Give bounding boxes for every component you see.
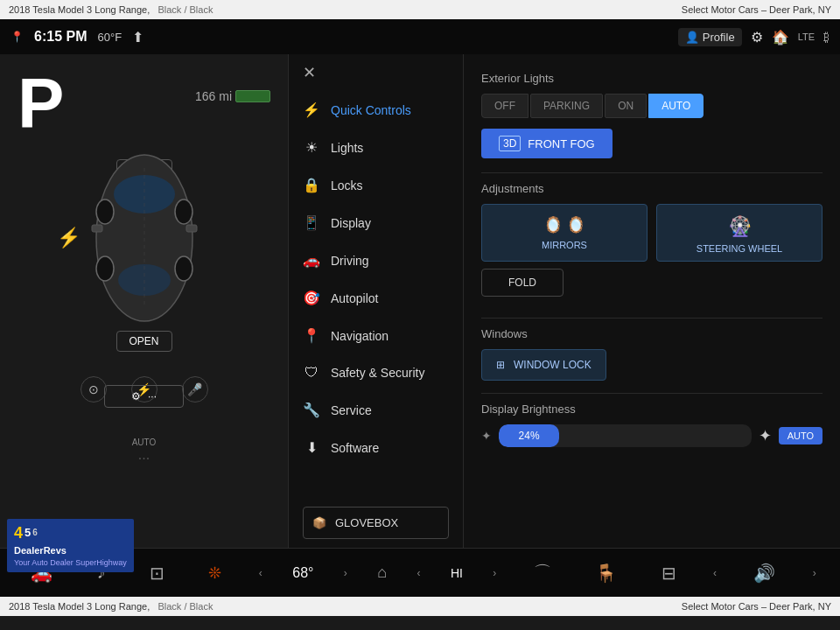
autopilot-icon: 🎯 xyxy=(303,290,320,306)
autopilot-label: Autopilot xyxy=(331,291,378,305)
range-value: 166 mi xyxy=(195,89,232,103)
battery-bar xyxy=(235,90,270,102)
window-lock-button[interactable]: ⊞ WINDOW LOCK xyxy=(481,349,606,381)
temp-display: 60°F xyxy=(97,31,122,44)
tesla-screen: 📍 6:15 PM 60°F ⬆ 👤 Profile ⚙ 🏠 LTE ₿ P 1… xyxy=(0,19,840,597)
dealer-name: DealerRevs xyxy=(14,544,127,557)
brightness-row: ✦ 24% ✦ AUTO xyxy=(481,424,822,447)
heat-icon[interactable]: ❊ xyxy=(201,558,228,588)
light-off-button[interactable]: OFF xyxy=(481,94,528,118)
status-right: 👤 Profile ⚙ 🏠 LTE ₿ xyxy=(678,28,830,46)
svg-point-1 xyxy=(114,175,175,214)
software-icon: ⬇ xyxy=(303,439,320,456)
menu-item-navigation[interactable]: 📍 Navigation xyxy=(289,317,463,354)
front-fog-button[interactable]: 3D FRONT FOG xyxy=(481,129,612,158)
volume-icon[interactable]: 🔊 xyxy=(746,557,782,589)
quick-controls-menu: ✕ ⚡ Quick Controls ☀ Lights 🔒 Locks 📱 Di… xyxy=(289,54,464,548)
defrost-icon[interactable]: ⊟ xyxy=(654,557,683,589)
auto-label: AUTO xyxy=(132,438,157,447)
camera-view-icon[interactable]: ⊡ xyxy=(143,557,172,589)
safety-icon: 🛡 xyxy=(303,365,320,381)
mirrors-button[interactable]: 🪞🪞 MIRRORS xyxy=(481,204,648,262)
svg-point-5 xyxy=(96,200,114,224)
menu-item-lights[interactable]: ☀ Lights xyxy=(289,129,463,166)
hi-label: HI xyxy=(451,566,463,580)
car-graphic-container: OPEN xyxy=(57,107,232,369)
dealer-logo-mark: 4 5 6 xyxy=(14,522,127,544)
settings-icon[interactable]: ⚙ xyxy=(751,29,763,46)
vol-left-arrow[interactable]: ‹ xyxy=(713,567,717,579)
brightness-auto-button[interactable]: AUTO xyxy=(779,427,822,444)
light-parking-button[interactable]: PARKING xyxy=(530,94,603,118)
wiper-icon: ⚙ xyxy=(131,390,141,402)
adjustments-section: Adjustments 🪞🪞 MIRRORS 🎡 STEERING WHEEL xyxy=(481,182,822,309)
auto-button[interactable]: ⚙ ··· xyxy=(104,385,184,408)
menu-item-driving[interactable]: 🚗 Driving xyxy=(289,242,463,279)
brightness-title: Display Brightness xyxy=(481,402,822,416)
close-menu-button[interactable]: ✕ xyxy=(289,54,463,91)
glovebox-button[interactable]: 📦 GLOVEBOX xyxy=(303,507,449,539)
mirrors-label: MIRRORS xyxy=(542,240,587,250)
bluetooth-icon: ₿ xyxy=(823,30,830,44)
svg-point-6 xyxy=(175,200,192,224)
vol-right-arrow[interactable]: › xyxy=(813,567,816,579)
temp-right-arrow[interactable]: › xyxy=(344,567,347,579)
menu-item-autopilot[interactable]: 🎯 Autopilot xyxy=(289,279,463,317)
driving-label: Driving xyxy=(331,254,369,268)
open-frunk-button[interactable]: OPEN xyxy=(116,331,172,352)
menu-item-safety[interactable]: 🛡 Safety & Security xyxy=(289,354,463,391)
adjustments-title: Adjustments xyxy=(481,182,822,195)
profile-button[interactable]: 👤 Profile xyxy=(678,28,742,46)
brightness-low-icon: ✦ xyxy=(481,429,492,443)
seat-icon[interactable]: 🪑 xyxy=(588,557,624,589)
menu-item-software[interactable]: ⬇ Software xyxy=(289,429,463,466)
safety-label: Safety & Security xyxy=(331,366,424,380)
navigation-icon: 📍 xyxy=(303,327,320,344)
adjustments-grid: 🪞🪞 MIRRORS 🎡 STEERING WHEEL xyxy=(481,204,822,262)
temp-left-arrow[interactable]: ‹ xyxy=(259,567,262,579)
nav-icon: ⬆ xyxy=(132,29,144,46)
more-dots: ··· xyxy=(138,451,150,466)
fan-left-arrow[interactable]: ‹ xyxy=(417,567,421,579)
mic-button[interactable]: 🎤 xyxy=(182,376,208,402)
software-label: Software xyxy=(331,441,379,455)
fan-icon[interactable]: ⌂ xyxy=(377,564,387,582)
menu-item-locks[interactable]: 🔒 Locks xyxy=(289,166,463,204)
section-divider-1 xyxy=(481,172,822,173)
section-divider-3 xyxy=(481,393,822,394)
footer-title-left: 2018 Tesla Model 3 Long Range, Black / B… xyxy=(9,601,213,612)
mirrors-icon: 🪞🪞 xyxy=(543,215,585,234)
location-icon: 📍 xyxy=(10,31,24,43)
steering-label: STEERING WHEEL xyxy=(696,243,782,254)
menu-item-quick-controls[interactable]: ⚡ Quick Controls xyxy=(289,91,463,129)
menu-item-service[interactable]: 🔧 Service xyxy=(289,391,463,429)
lights-label: Lights xyxy=(331,141,363,155)
light-on-button[interactable]: ON xyxy=(605,94,647,118)
header-title-left: 2018 Tesla Model 3 Long Range, Black / B… xyxy=(9,4,213,15)
light-mode-group: OFF PARKING ON AUTO xyxy=(481,94,822,118)
fan-right-arrow[interactable]: › xyxy=(493,567,496,579)
menu-item-display[interactable]: 📱 Display xyxy=(289,204,463,242)
glovebox-label: GLOVEBOX xyxy=(335,516,398,529)
brightness-high-icon: ✦ xyxy=(759,426,772,445)
vent-icon[interactable]: ⌒ xyxy=(527,556,558,590)
brightness-slider[interactable]: 24% xyxy=(499,424,752,447)
camera-button[interactable]: ⊙ xyxy=(80,376,107,402)
footer-dealer: Select Motor Cars – Deer Park, NY xyxy=(682,601,831,612)
svg-point-7 xyxy=(96,256,114,281)
exterior-lights-section: Exterior Lights OFF PARKING ON AUTO 3D F… xyxy=(481,72,822,158)
svg-rect-3 xyxy=(92,225,102,232)
lte-indicator: LTE xyxy=(798,32,815,42)
quick-controls-label: Quick Controls xyxy=(331,103,411,117)
exterior-lights-title: Exterior Lights xyxy=(481,72,822,85)
display-icon: 📱 xyxy=(303,214,320,231)
light-auto-button[interactable]: AUTO xyxy=(648,94,704,118)
steering-wheel-button[interactable]: 🎡 STEERING WHEEL xyxy=(656,204,822,262)
section-divider-2 xyxy=(481,318,822,318)
auto-section: ⚙ ··· AUTO xyxy=(104,411,184,447)
controls-panel: Exterior Lights OFF PARKING ON AUTO 3D F… xyxy=(464,54,840,548)
home-icon[interactable]: 🏠 xyxy=(772,29,789,46)
auto-btn-dots: ··· xyxy=(148,390,157,402)
dealer-tagline: Your Auto Dealer SuperHighway xyxy=(14,557,127,569)
fold-button[interactable]: FOLD xyxy=(481,269,564,297)
